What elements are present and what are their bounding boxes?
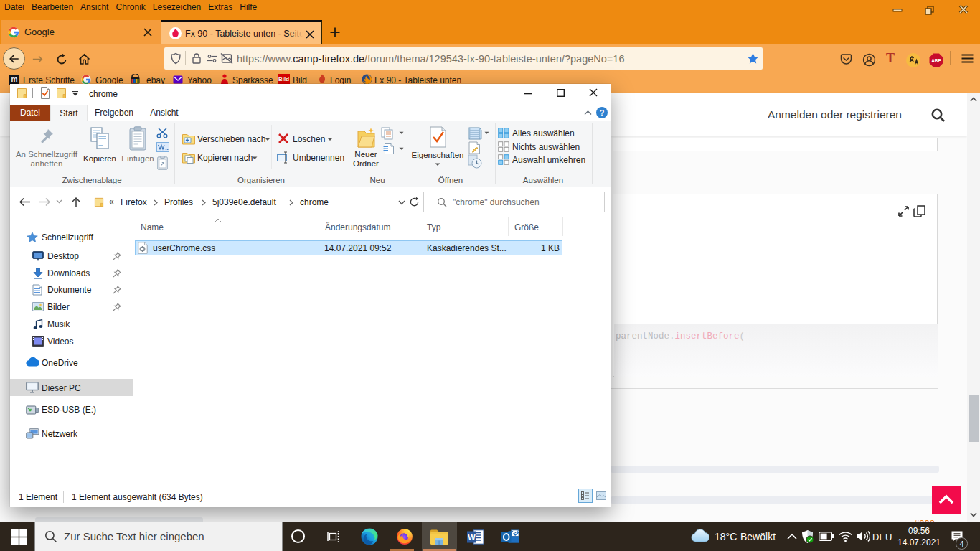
- svg-text:ABP: ABP: [931, 58, 941, 63]
- svg-text:W: W: [468, 533, 476, 542]
